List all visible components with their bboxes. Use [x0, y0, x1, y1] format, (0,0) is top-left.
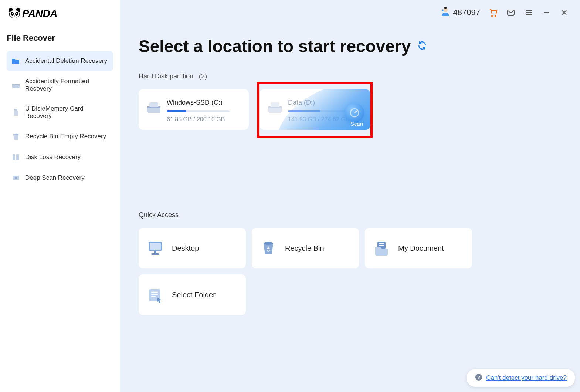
cart-icon[interactable]	[488, 8, 498, 17]
svg-rect-14	[13, 154, 15, 160]
svg-text:?: ?	[477, 375, 480, 380]
sidebar-section-title: File Recover	[0, 27, 120, 51]
svg-rect-12	[14, 111, 18, 116]
svg-rect-15	[16, 154, 19, 160]
bin-icon	[12, 132, 20, 141]
page-title: Select a location to start recovery	[139, 36, 411, 56]
svg-point-6	[16, 13, 17, 14]
desktop-icon	[147, 240, 164, 257]
close-icon[interactable]	[559, 8, 569, 17]
help-link[interactable]: Can't detect your hard drive?	[486, 374, 567, 382]
scan-label: Scan	[350, 121, 363, 127]
usb-icon	[12, 108, 20, 116]
svg-rect-39	[154, 251, 156, 253]
quick-label: Desktop	[172, 244, 199, 253]
sidebar-item-accidental-deletion[interactable]: Accidental Deletion Recovery	[7, 51, 113, 71]
quick-label: Recycle Bin	[285, 244, 324, 253]
scan-button[interactable]	[345, 103, 364, 122]
minimize-icon[interactable]	[542, 8, 551, 17]
brand-name: PANDA	[22, 8, 57, 20]
partitions-subheader: Hard Disk partition (2)	[139, 72, 562, 80]
brand-logo: PANDA	[0, 0, 120, 27]
partition-card-c[interactable]: Windows-SSD (C:) 61.85 GB / 200.10 GB	[139, 89, 249, 130]
svg-rect-9	[12, 84, 20, 85]
partitions-count: (2)	[199, 72, 207, 80]
partition-card-d[interactable]: Data (D:) 141.93 GB / 274.62 GB Scan	[260, 89, 370, 130]
drive-icon	[12, 81, 20, 89]
sidebar-item-formatted-recovery[interactable]: Accidentally Formatted Recovery	[7, 72, 113, 98]
svg-point-19	[444, 7, 447, 9]
partition-usage-bar	[167, 110, 230, 112]
sidebar-item-deep-scan-recovery[interactable]: Deep Scan Recovery	[7, 168, 113, 188]
sidebar-item-label: Disk Loss Recovery	[25, 153, 81, 161]
folder-icon	[12, 57, 20, 65]
quick-card-recycle-bin[interactable]: Recycle Bin	[252, 228, 359, 268]
partitions-row: Windows-SSD (C:) 61.85 GB / 200.10 GB Da…	[139, 89, 562, 130]
help-icon: ?	[475, 374, 482, 382]
svg-point-17	[15, 177, 17, 179]
sidebar-item-label: Accidentally Formatted Recovery	[25, 78, 108, 92]
svg-rect-31	[149, 102, 158, 107]
hdd-icon	[146, 99, 162, 115]
panda-icon	[8, 7, 21, 20]
quick-card-select-folder[interactable]: Select Folder	[139, 274, 246, 315]
hdd-icon	[267, 99, 283, 115]
svg-point-7	[14, 16, 15, 17]
svg-rect-38	[150, 243, 161, 250]
menu-icon[interactable]	[524, 8, 533, 17]
sidebar-item-label: Recycle Bin Empty Recovery	[25, 133, 106, 140]
svg-point-20	[492, 16, 493, 17]
partition-usage-label: 61.85 GB / 200.10 GB	[167, 116, 241, 123]
partition-name: Windows-SSD (C:)	[167, 99, 241, 107]
svg-point-21	[495, 16, 496, 17]
svg-point-13	[13, 134, 18, 135]
quick-access-grid: Desktop Recycle Bin My Document Select F…	[139, 228, 562, 315]
svg-point-10	[18, 87, 19, 88]
quick-access-title: Quick Access	[139, 211, 562, 219]
sidebar-item-label: U Disk/Memory Card Recovery	[25, 105, 108, 120]
sidebar-item-recycle-bin-recovery[interactable]: Recycle Bin Empty Recovery	[7, 126, 113, 146]
svg-rect-40	[151, 253, 159, 255]
svg-point-41	[264, 242, 273, 245]
sidebar-nav: Accidental Deletion Recovery Accidentall…	[0, 51, 120, 188]
select-folder-icon	[147, 286, 164, 303]
avatar-icon	[441, 7, 450, 18]
svg-rect-34	[271, 102, 279, 107]
document-folder-icon	[373, 240, 390, 257]
refresh-icon[interactable]	[417, 41, 427, 52]
recycle-bin-icon	[260, 240, 277, 257]
sidebar-item-udisk-recovery[interactable]: U Disk/Memory Card Recovery	[7, 99, 113, 126]
help-widget[interactable]: ? Can't detect your hard drive?	[467, 369, 575, 387]
user-badge[interactable]: 487097	[441, 7, 480, 18]
topbar: 487097	[441, 7, 569, 18]
quick-label: Select Folder	[172, 291, 216, 299]
mail-icon[interactable]	[506, 8, 516, 17]
svg-line-36	[355, 111, 357, 113]
sidebar-item-label: Deep Scan Recovery	[25, 174, 85, 182]
sidebar-item-disk-loss-recovery[interactable]: Disk Loss Recovery	[7, 147, 113, 167]
book-icon	[12, 153, 20, 161]
partition-usage-bar	[288, 110, 351, 112]
svg-point-5	[12, 13, 13, 14]
user-id: 487097	[453, 8, 480, 17]
quick-card-desktop[interactable]: Desktop	[139, 228, 246, 268]
sidebar-item-label: Accidental Deletion Recovery	[25, 57, 107, 65]
partitions-label: Hard Disk partition	[139, 72, 193, 80]
svg-rect-11	[14, 109, 17, 111]
main-panel: 487097 Select a location to start recove…	[120, 0, 580, 392]
quick-card-my-document[interactable]: My Document	[365, 228, 472, 268]
scanner-icon	[12, 174, 20, 182]
sidebar: PANDA File Recover Accidental Deletion R…	[0, 0, 120, 392]
quick-label: My Document	[398, 244, 444, 253]
